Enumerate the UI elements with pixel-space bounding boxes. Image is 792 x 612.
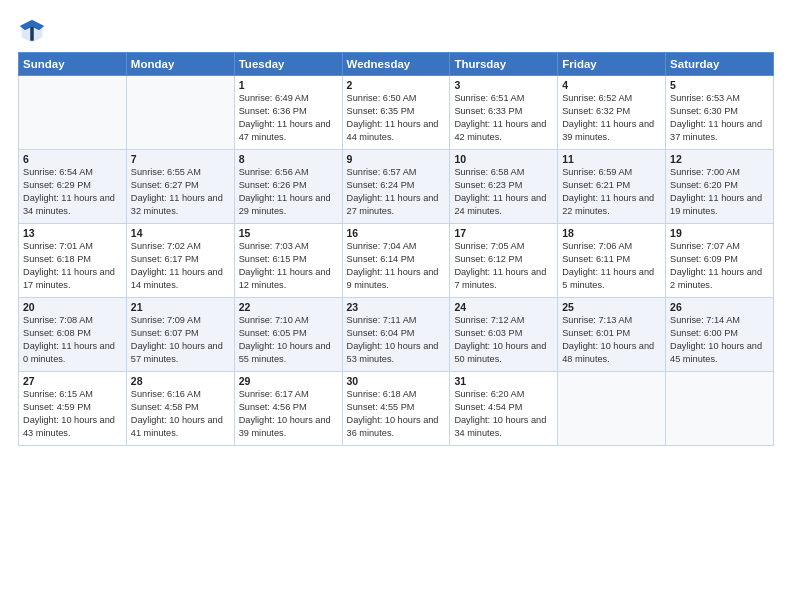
day-number: 30 [347,375,446,387]
day-number: 31 [454,375,553,387]
week-row-5: 27Sunrise: 6:15 AMSunset: 4:59 PMDayligh… [19,372,774,446]
calendar-cell: 24Sunrise: 7:12 AMSunset: 6:03 PMDayligh… [450,298,558,372]
day-info: Sunrise: 6:56 AMSunset: 6:26 PMDaylight:… [239,166,338,218]
day-number: 9 [347,153,446,165]
day-number: 15 [239,227,338,239]
calendar-cell: 18Sunrise: 7:06 AMSunset: 6:11 PMDayligh… [558,224,666,298]
day-info: Sunrise: 7:05 AMSunset: 6:12 PMDaylight:… [454,240,553,292]
day-number: 1 [239,79,338,91]
calendar-cell: 31Sunrise: 6:20 AMSunset: 4:54 PMDayligh… [450,372,558,446]
calendar-cell: 11Sunrise: 6:59 AMSunset: 6:21 PMDayligh… [558,150,666,224]
calendar-table: SundayMondayTuesdayWednesdayThursdayFrid… [18,52,774,446]
calendar-cell: 21Sunrise: 7:09 AMSunset: 6:07 PMDayligh… [126,298,234,372]
calendar-cell: 6Sunrise: 6:54 AMSunset: 6:29 PMDaylight… [19,150,127,224]
day-info: Sunrise: 7:01 AMSunset: 6:18 PMDaylight:… [23,240,122,292]
day-info: Sunrise: 7:04 AMSunset: 6:14 PMDaylight:… [347,240,446,292]
day-number: 20 [23,301,122,313]
day-number: 3 [454,79,553,91]
calendar-cell [666,372,774,446]
logo [18,18,50,46]
calendar-cell: 27Sunrise: 6:15 AMSunset: 4:59 PMDayligh… [19,372,127,446]
day-info: Sunrise: 6:51 AMSunset: 6:33 PMDaylight:… [454,92,553,144]
svg-rect-3 [30,27,34,41]
calendar-cell: 3Sunrise: 6:51 AMSunset: 6:33 PMDaylight… [450,76,558,150]
day-info: Sunrise: 6:50 AMSunset: 6:35 PMDaylight:… [347,92,446,144]
calendar-cell: 23Sunrise: 7:11 AMSunset: 6:04 PMDayligh… [342,298,450,372]
day-number: 26 [670,301,769,313]
day-info: Sunrise: 7:02 AMSunset: 6:17 PMDaylight:… [131,240,230,292]
day-number: 21 [131,301,230,313]
calendar-cell: 20Sunrise: 7:08 AMSunset: 6:08 PMDayligh… [19,298,127,372]
day-info: Sunrise: 6:55 AMSunset: 6:27 PMDaylight:… [131,166,230,218]
logo-icon [18,18,46,46]
day-info: Sunrise: 6:17 AMSunset: 4:56 PMDaylight:… [239,388,338,440]
calendar-cell [126,76,234,150]
day-info: Sunrise: 6:57 AMSunset: 6:24 PMDaylight:… [347,166,446,218]
day-number: 23 [347,301,446,313]
calendar-cell: 15Sunrise: 7:03 AMSunset: 6:15 PMDayligh… [234,224,342,298]
day-number: 6 [23,153,122,165]
day-number: 16 [347,227,446,239]
weekday-header-wednesday: Wednesday [342,53,450,76]
day-info: Sunrise: 7:03 AMSunset: 6:15 PMDaylight:… [239,240,338,292]
day-number: 19 [670,227,769,239]
day-number: 27 [23,375,122,387]
day-info: Sunrise: 7:14 AMSunset: 6:00 PMDaylight:… [670,314,769,366]
calendar-cell: 5Sunrise: 6:53 AMSunset: 6:30 PMDaylight… [666,76,774,150]
weekday-header-saturday: Saturday [666,53,774,76]
day-number: 5 [670,79,769,91]
day-info: Sunrise: 7:12 AMSunset: 6:03 PMDaylight:… [454,314,553,366]
day-number: 28 [131,375,230,387]
day-info: Sunrise: 6:49 AMSunset: 6:36 PMDaylight:… [239,92,338,144]
day-info: Sunrise: 7:09 AMSunset: 6:07 PMDaylight:… [131,314,230,366]
day-number: 12 [670,153,769,165]
weekday-header-thursday: Thursday [450,53,558,76]
day-info: Sunrise: 6:53 AMSunset: 6:30 PMDaylight:… [670,92,769,144]
day-info: Sunrise: 6:20 AMSunset: 4:54 PMDaylight:… [454,388,553,440]
calendar-cell: 13Sunrise: 7:01 AMSunset: 6:18 PMDayligh… [19,224,127,298]
day-info: Sunrise: 6:58 AMSunset: 6:23 PMDaylight:… [454,166,553,218]
day-number: 24 [454,301,553,313]
weekday-header-row: SundayMondayTuesdayWednesdayThursdayFrid… [19,53,774,76]
calendar-cell: 16Sunrise: 7:04 AMSunset: 6:14 PMDayligh… [342,224,450,298]
day-number: 11 [562,153,661,165]
day-info: Sunrise: 7:00 AMSunset: 6:20 PMDaylight:… [670,166,769,218]
day-info: Sunrise: 7:08 AMSunset: 6:08 PMDaylight:… [23,314,122,366]
calendar-cell: 12Sunrise: 7:00 AMSunset: 6:20 PMDayligh… [666,150,774,224]
calendar-cell: 26Sunrise: 7:14 AMSunset: 6:00 PMDayligh… [666,298,774,372]
calendar-cell [558,372,666,446]
weekday-header-sunday: Sunday [19,53,127,76]
day-info: Sunrise: 6:52 AMSunset: 6:32 PMDaylight:… [562,92,661,144]
calendar-cell: 4Sunrise: 6:52 AMSunset: 6:32 PMDaylight… [558,76,666,150]
day-info: Sunrise: 7:10 AMSunset: 6:05 PMDaylight:… [239,314,338,366]
weekday-header-monday: Monday [126,53,234,76]
week-row-2: 6Sunrise: 6:54 AMSunset: 6:29 PMDaylight… [19,150,774,224]
calendar-cell: 14Sunrise: 7:02 AMSunset: 6:17 PMDayligh… [126,224,234,298]
calendar-cell: 30Sunrise: 6:18 AMSunset: 4:55 PMDayligh… [342,372,450,446]
day-info: Sunrise: 6:59 AMSunset: 6:21 PMDaylight:… [562,166,661,218]
day-info: Sunrise: 7:06 AMSunset: 6:11 PMDaylight:… [562,240,661,292]
day-info: Sunrise: 6:18 AMSunset: 4:55 PMDaylight:… [347,388,446,440]
calendar-cell: 2Sunrise: 6:50 AMSunset: 6:35 PMDaylight… [342,76,450,150]
day-number: 14 [131,227,230,239]
day-info: Sunrise: 7:13 AMSunset: 6:01 PMDaylight:… [562,314,661,366]
calendar-cell: 22Sunrise: 7:10 AMSunset: 6:05 PMDayligh… [234,298,342,372]
main-container: SundayMondayTuesdayWednesdayThursdayFrid… [0,0,792,456]
day-number: 2 [347,79,446,91]
calendar-cell: 8Sunrise: 6:56 AMSunset: 6:26 PMDaylight… [234,150,342,224]
header [18,18,774,46]
weekday-header-friday: Friday [558,53,666,76]
week-row-4: 20Sunrise: 7:08 AMSunset: 6:08 PMDayligh… [19,298,774,372]
calendar-cell: 29Sunrise: 6:17 AMSunset: 4:56 PMDayligh… [234,372,342,446]
day-info: Sunrise: 6:15 AMSunset: 4:59 PMDaylight:… [23,388,122,440]
day-number: 7 [131,153,230,165]
calendar-cell [19,76,127,150]
day-number: 25 [562,301,661,313]
week-row-1: 1Sunrise: 6:49 AMSunset: 6:36 PMDaylight… [19,76,774,150]
day-info: Sunrise: 7:07 AMSunset: 6:09 PMDaylight:… [670,240,769,292]
day-number: 8 [239,153,338,165]
day-number: 22 [239,301,338,313]
week-row-3: 13Sunrise: 7:01 AMSunset: 6:18 PMDayligh… [19,224,774,298]
day-number: 29 [239,375,338,387]
calendar-cell: 25Sunrise: 7:13 AMSunset: 6:01 PMDayligh… [558,298,666,372]
